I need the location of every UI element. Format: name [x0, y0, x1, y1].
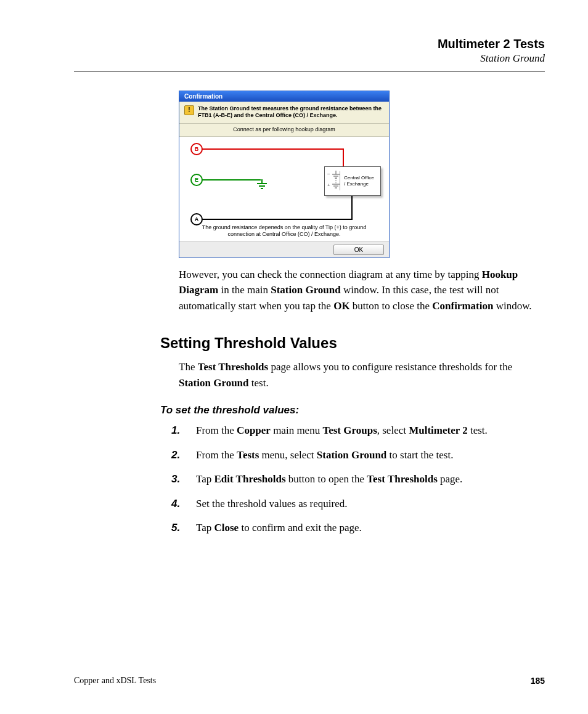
section-subtitle: Station Ground [74, 52, 545, 65]
svg-text:−: − [327, 171, 330, 177]
heading-setting-threshold: Setting Threshold Values [160, 335, 545, 352]
node-b: B [190, 143, 203, 155]
dialog-title: Confirmation [179, 91, 389, 102]
ground-icon [257, 179, 269, 193]
ok-button[interactable]: OK [333, 245, 384, 255]
warning-icon: ! [184, 105, 194, 115]
procedure-heading: To set the threshold values: [160, 404, 545, 416]
header-rule [74, 71, 545, 72]
svg-text:+: + [327, 182, 330, 188]
chapter-title: Multimeter 2 Tests [74, 37, 545, 51]
wire-b [202, 148, 344, 150]
procedure-steps: From the Copper main menu Test Groups, s… [74, 423, 545, 536]
wire-a [202, 219, 353, 220]
dialog-message-row: ! The Station Ground test measures the g… [179, 102, 389, 124]
co-ground-icon: − + [325, 167, 340, 195]
wire-a-up [351, 194, 353, 219]
step-1: From the Copper main menu Test Groups, s… [179, 423, 545, 439]
step-3: Tap Edit Thresholds button to open the T… [179, 471, 545, 487]
step-5: Tap Close to confirm and exit the page. [179, 520, 545, 536]
paragraph-1: However, you can check the connection di… [179, 267, 545, 314]
step-4: Set the threshold values as required. [179, 496, 545, 512]
footer-left: Copper and xDSL Tests [74, 676, 156, 686]
wire-e [202, 179, 261, 181]
wire-b-drop [343, 148, 344, 168]
hookup-diagram-figure: Confirmation ! The Station Ground test m… [179, 91, 545, 258]
dialog-button-row: OK [179, 241, 389, 258]
page-number: 185 [531, 676, 545, 686]
dialog-message: The Station Ground test measures the gro… [198, 105, 382, 118]
step-2: From the Tests menu, select Station Grou… [179, 447, 545, 463]
confirmation-dialog: Confirmation ! The Station Ground test m… [179, 91, 390, 258]
central-office-box: − + Central Office / Exchange [324, 166, 381, 196]
page-footer: Copper and xDSL Tests 185 [74, 676, 545, 686]
paragraph-2: The Test Thresholds page allows you to c… [179, 359, 545, 391]
dialog-caption: Connect as per following hookup diagram [179, 124, 389, 137]
co-label: Central Office / Exchange [340, 171, 380, 190]
dialog-footnote: The ground resistance depeneds on the qu… [179, 223, 389, 241]
hookup-diagram: B E A [179, 137, 389, 241]
node-e: E [190, 174, 203, 186]
